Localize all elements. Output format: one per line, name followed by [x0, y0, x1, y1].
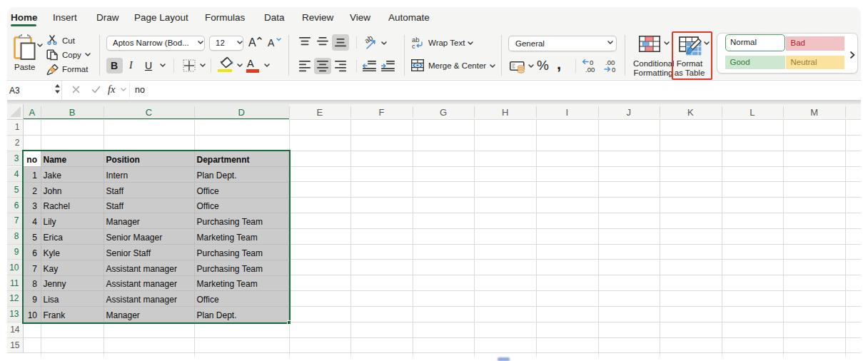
svg-text:A: A — [268, 37, 275, 49]
svg-text:0: 0 — [612, 66, 615, 73]
svg-text:0: 0 — [590, 59, 593, 66]
svg-text:.00: .00 — [585, 66, 595, 73]
svg-text:.00: .00 — [605, 59, 615, 66]
svg-text:c: c — [412, 42, 415, 49]
svg-text:A: A — [248, 36, 256, 49]
